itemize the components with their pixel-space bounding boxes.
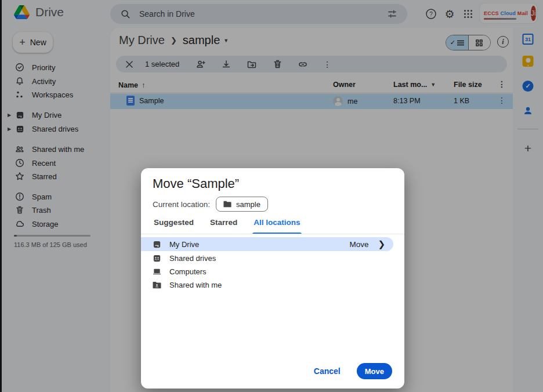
shared-drive-icon: [153, 254, 161, 263]
chevron-right-icon[interactable]: ❯: [378, 239, 385, 249]
move-dialog: Move “Sample” Current location: sample S…: [141, 168, 404, 389]
drive-hdd-icon: [153, 240, 161, 249]
current-location-row: Current location: sample: [153, 197, 268, 212]
current-location-name: sample: [236, 200, 260, 209]
location-row-shared-drives[interactable]: Shared drives: [141, 251, 404, 265]
location-row-my-drive[interactable]: My Drive Move ❯: [141, 237, 393, 251]
current-location-chip[interactable]: sample: [216, 197, 268, 212]
location-label: Shared drives: [169, 254, 216, 263]
dialog-tabs: Suggested Starred All locations: [153, 216, 302, 232]
row-move-label[interactable]: Move: [349, 240, 368, 249]
cancel-button[interactable]: Cancel: [314, 366, 341, 376]
shared-folder-icon: [153, 281, 161, 289]
move-button[interactable]: Move: [357, 363, 392, 379]
tabs-divider: [141, 234, 404, 234]
location-label: Computers: [169, 267, 207, 276]
tab-suggested[interactable]: Suggested: [153, 216, 195, 232]
current-location-label: Current location:: [153, 200, 210, 209]
location-row-computers[interactable]: Computers: [141, 264, 404, 278]
folder-icon: [223, 201, 231, 208]
dialog-footer: Cancel Move: [141, 363, 404, 379]
location-row-shared-with-me[interactable]: Shared with me: [141, 278, 404, 292]
dialog-title: Move “Sample”: [153, 176, 239, 191]
row-action: Move ❯: [349, 239, 393, 249]
location-label: Shared with me: [169, 281, 222, 289]
tab-all-locations[interactable]: All locations: [252, 216, 301, 232]
location-label: My Drive: [169, 240, 199, 249]
tab-starred[interactable]: Starred: [209, 216, 238, 232]
computer-icon: [153, 267, 161, 276]
